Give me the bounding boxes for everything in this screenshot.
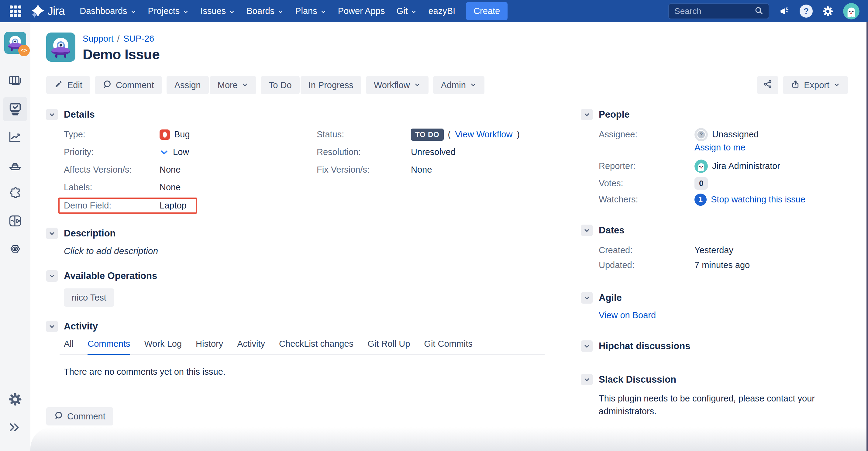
export-button[interactable]: Export xyxy=(783,76,848,94)
user-avatar[interactable] xyxy=(843,3,860,20)
nav-item-boards[interactable]: Boards xyxy=(241,0,289,22)
breadcrumb-project-link[interactable]: Support xyxy=(83,34,114,44)
assign-button[interactable]: Assign xyxy=(166,76,209,94)
workflow-button[interactable]: Workflow xyxy=(366,76,429,94)
nav-item-issues[interactable]: Issues xyxy=(194,0,241,22)
chevron-down-icon xyxy=(229,8,235,15)
nico-test-button[interactable]: nico Test xyxy=(64,288,114,307)
transition-in-progress-button[interactable]: In Progress xyxy=(301,76,361,94)
tab-activity[interactable]: Activity xyxy=(237,339,265,354)
sidebar-item-backlog[interactable] xyxy=(3,69,27,93)
agile-section: Agile View on Board xyxy=(581,292,848,320)
sidebar-item-issues[interactable] xyxy=(3,97,27,121)
comment-button[interactable]: Comment xyxy=(95,76,162,94)
type-value[interactable]: Bug xyxy=(160,129,190,140)
search-box[interactable] xyxy=(668,3,769,19)
chevron-down-icon xyxy=(833,80,840,90)
chevron-down-icon xyxy=(277,8,284,15)
field-status: Status: TO DO (View Workflow) xyxy=(317,127,520,142)
affects-versions-value[interactable]: None xyxy=(160,165,181,175)
create-button[interactable]: Create xyxy=(466,2,507,20)
sidebar-item-repository[interactable] xyxy=(3,209,27,233)
collapse-details-icon[interactable] xyxy=(46,109,58,120)
share-icon xyxy=(763,79,772,91)
tab-history[interactable]: History xyxy=(196,339,223,354)
edit-button[interactable]: Edit xyxy=(46,76,90,94)
assign-to-me-link[interactable]: Assign to me xyxy=(694,142,746,152)
admin-button[interactable]: Admin xyxy=(433,76,485,94)
collapse-activity-icon[interactable] xyxy=(46,321,58,332)
chevron-down-icon xyxy=(470,80,476,90)
sidebar-settings-gear-icon[interactable] xyxy=(3,387,27,412)
announcement-icon[interactable] xyxy=(778,5,791,18)
collapse-description-icon[interactable] xyxy=(46,228,58,239)
settings-gear-icon[interactable] xyxy=(821,5,835,18)
sidebar-item-reports[interactable] xyxy=(3,125,27,149)
resolution-value: Unresolved xyxy=(411,147,456,157)
collapse-slack-icon[interactable] xyxy=(581,374,593,385)
collapse-hipchat-icon[interactable] xyxy=(581,341,593,352)
reporter-value[interactable]: Jira Administrator xyxy=(694,160,780,173)
nav-item-projects[interactable]: Projects xyxy=(142,0,195,22)
nav-item-power-apps[interactable]: Power Apps xyxy=(332,0,391,22)
project-avatar[interactable]: <> xyxy=(4,32,26,54)
breadcrumb-issue-link[interactable]: SUP-26 xyxy=(123,34,154,44)
stop-watching-link[interactable]: Stop watching this issue xyxy=(711,194,805,204)
nav-item-dashboards[interactable]: Dashboards xyxy=(74,0,142,22)
share-button[interactable] xyxy=(757,76,778,94)
view-workflow-link[interactable]: View Workflow xyxy=(455,129,513,139)
chevron-down-icon xyxy=(130,8,136,15)
sidebar-item-hexagon[interactable] xyxy=(3,237,27,261)
more-button[interactable]: More xyxy=(210,76,256,94)
collapse-agile-icon[interactable] xyxy=(581,292,593,303)
assignee-value[interactable]: ? Unassigned xyxy=(694,128,758,141)
slack-heading: Slack Discussion xyxy=(599,374,676,385)
priority-value[interactable]: Low xyxy=(160,147,189,157)
project-avatar-large[interactable] xyxy=(46,33,75,62)
activity-tabs: All Comments Work Log History Activity C… xyxy=(60,339,545,355)
comment-footer-button[interactable]: Comment xyxy=(46,407,113,425)
add-description-placeholder[interactable]: Click to add description xyxy=(64,246,158,256)
sidebar-item-addons[interactable] xyxy=(3,181,27,205)
votes-badge[interactable]: 0 xyxy=(694,177,708,190)
description-section: Description Click to add description xyxy=(46,228,545,256)
tab-git-commits[interactable]: Git Commits xyxy=(424,339,473,354)
nav-item-eazybi[interactable]: eazyBI xyxy=(423,0,461,22)
issue-toolbar: Edit Comment Assign More To Do In Progre… xyxy=(46,76,848,94)
app-switcher-icon[interactable] xyxy=(8,4,23,18)
fix-versions-value[interactable]: None xyxy=(411,165,432,175)
dates-heading: Dates xyxy=(599,225,624,236)
tab-work-log[interactable]: Work Log xyxy=(144,339,182,354)
nav-item-git[interactable]: Git xyxy=(391,0,423,22)
tab-comments[interactable]: Comments xyxy=(88,339,130,355)
field-type: Type: Bug xyxy=(64,127,294,142)
search-icon[interactable] xyxy=(754,6,764,17)
watchers-badge[interactable]: 1 xyxy=(694,194,707,206)
collapse-operations-icon[interactable] xyxy=(46,270,58,282)
sidebar-item-releases[interactable] xyxy=(3,153,27,177)
updated-value: 7 minutes ago xyxy=(694,260,750,270)
help-icon[interactable]: ? xyxy=(800,5,813,18)
jira-logo[interactable]: Jira xyxy=(31,4,65,19)
demo-field-value[interactable]: Laptop xyxy=(160,201,187,211)
view-on-board-link[interactable]: View on Board xyxy=(599,310,656,320)
field-priority: Priority: Low xyxy=(64,144,294,160)
tab-all[interactable]: All xyxy=(64,339,73,354)
hipchat-heading: Hipchat discussions xyxy=(599,341,690,352)
collapse-people-icon[interactable] xyxy=(581,109,593,120)
search-input[interactable] xyxy=(674,6,754,17)
field-assignee: Assignee: ? Unassigned xyxy=(599,127,848,142)
created-value: Yesterday xyxy=(694,245,733,255)
window-edge xyxy=(866,22,868,451)
priority-low-icon xyxy=(160,147,169,157)
labels-value[interactable]: None xyxy=(160,182,181,192)
tab-checklist-changes[interactable]: CheckList changes xyxy=(279,339,353,354)
tab-git-roll-up[interactable]: Git Roll Up xyxy=(367,339,410,354)
pencil-icon xyxy=(54,79,63,91)
nav-item-plans[interactable]: Plans xyxy=(289,0,332,22)
jira-logo-text: Jira xyxy=(48,5,65,18)
collapse-dates-icon[interactable] xyxy=(581,225,593,236)
people-section: People Assignee: ? Unassigned Assign to … xyxy=(581,109,848,207)
sidebar-expand-icon[interactable] xyxy=(3,415,27,440)
transition-todo-button[interactable]: To Do xyxy=(261,76,300,94)
